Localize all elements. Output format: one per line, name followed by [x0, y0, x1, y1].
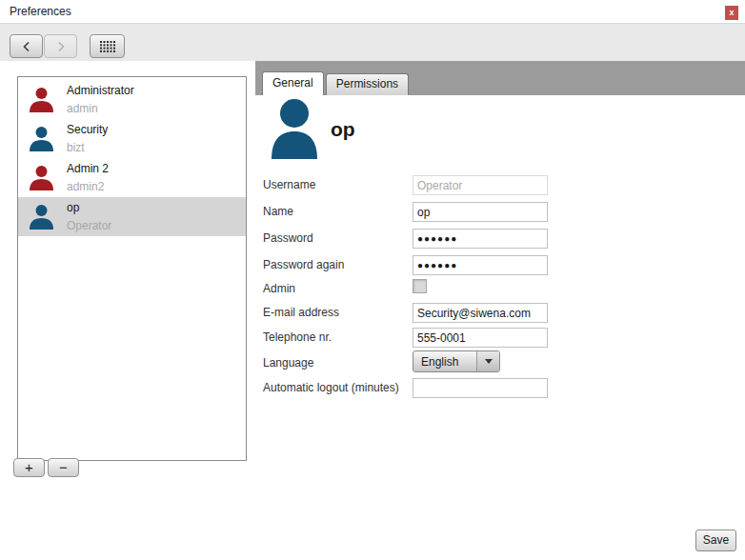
user-username: Operator	[67, 217, 111, 235]
user-icon	[29, 204, 54, 230]
password-label: Password	[263, 231, 313, 245]
close-icon: x	[729, 8, 734, 17]
preferences-window: Preferences x	[0, 0, 745, 560]
user-name: op	[67, 199, 111, 217]
password-field[interactable]	[413, 229, 548, 249]
minus-icon: −	[59, 459, 68, 475]
user-list-item-op[interactable]: op Operator	[18, 197, 246, 236]
user-icon	[29, 126, 54, 151]
email-field[interactable]	[413, 303, 548, 323]
back-button[interactable]	[10, 34, 43, 58]
chevron-right-icon	[56, 41, 66, 52]
close-button[interactable]: x	[725, 6, 738, 20]
username-field[interactable]	[413, 175, 548, 195]
name-label: Name	[263, 205, 293, 218]
grid-icon	[100, 41, 115, 52]
telephone-label: Telephone nr.	[263, 330, 332, 344]
user-icon	[29, 165, 54, 190]
user-avatar-large	[271, 98, 318, 159]
toolbar	[0, 23, 745, 61]
email-label: E-mail address	[263, 306, 339, 319]
auto-logout-field[interactable]	[413, 378, 548, 398]
title-bar: Preferences x	[0, 0, 745, 23]
save-button[interactable]: Save	[695, 530, 736, 551]
add-user-button[interactable]: +	[13, 458, 45, 477]
chevron-left-icon	[22, 41, 31, 52]
user-icon	[29, 87, 54, 112]
user-username: admin2	[67, 178, 109, 196]
detail-heading: op	[331, 118, 355, 141]
telephone-field[interactable]	[413, 328, 548, 348]
password-again-field[interactable]	[413, 255, 548, 275]
plus-icon: +	[25, 459, 33, 475]
forward-button[interactable]	[44, 34, 77, 58]
language-select[interactable]: English	[413, 350, 500, 372]
user-name: Security	[67, 121, 108, 139]
user-list: Administrator admin Security bizt	[17, 76, 247, 461]
language-selected-value: English	[413, 355, 476, 369]
admin-label: Admin	[263, 282, 295, 295]
user-username: bizt	[67, 139, 108, 157]
tab-general[interactable]: General	[262, 71, 324, 95]
language-label: Language	[263, 356, 313, 370]
password-again-label: Password again	[263, 258, 344, 271]
name-field[interactable]	[413, 202, 548, 222]
remove-user-button[interactable]: −	[48, 458, 79, 477]
user-list-item-security[interactable]: Security bizt	[18, 119, 246, 158]
user-username: admin	[67, 100, 134, 118]
user-name: Admin 2	[67, 160, 109, 178]
user-list-item-administrator[interactable]: Administrator admin	[18, 80, 246, 119]
user-list-item-admin2[interactable]: Admin 2 admin2	[18, 158, 246, 197]
tab-permissions[interactable]: Permissions	[326, 73, 409, 95]
chevron-down-icon	[485, 359, 493, 364]
auto-logout-label: Automatic logout (minutes)	[263, 381, 399, 394]
grid-view-button[interactable]	[90, 34, 125, 58]
username-label: Username	[263, 178, 315, 191]
window-title: Preferences	[10, 5, 71, 18]
tab-strip: General Permissions	[255, 61, 745, 95]
select-arrow-button[interactable]	[476, 351, 499, 371]
admin-checkbox[interactable]	[413, 279, 427, 293]
user-name: Administrator	[67, 82, 134, 100]
